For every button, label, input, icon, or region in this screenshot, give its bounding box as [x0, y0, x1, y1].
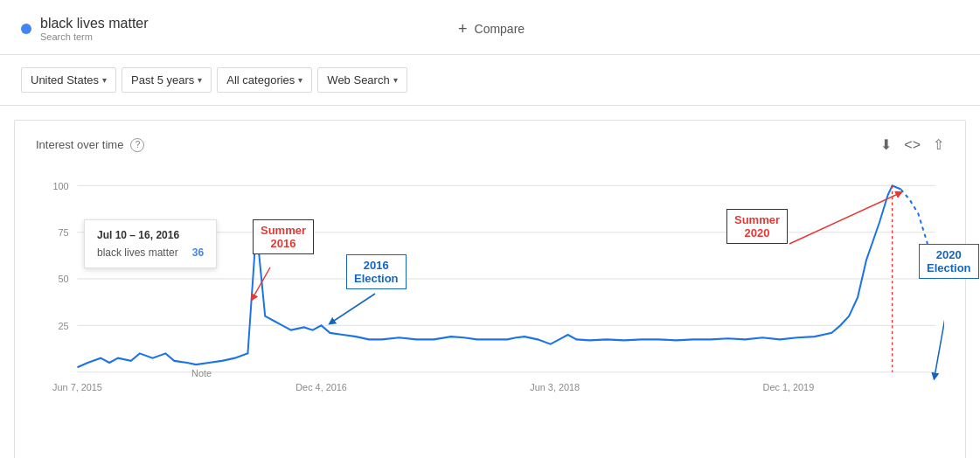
tooltip: Jul 10 – 16, 2016 black lives matter 36	[84, 219, 217, 268]
tooltip-term: black lives matter	[97, 246, 178, 259]
compare-button[interactable]: + Compare	[458, 20, 525, 38]
location-filter[interactable]: United States ▾	[21, 67, 116, 93]
timeframe-label: Past 5 years	[131, 73, 194, 87]
svg-text:100: 100	[52, 180, 68, 191]
compare-label: Compare	[475, 22, 525, 36]
svg-text:25: 25	[59, 320, 69, 330]
category-label: All categories	[226, 73, 295, 87]
annotation-summer2016: Summer2016	[253, 219, 314, 254]
svg-text:Dec 1, 2019: Dec 1, 2019	[763, 382, 815, 392]
tooltip-value: 36	[192, 246, 204, 259]
search-term-block: black lives matter Search term	[21, 16, 301, 42]
filters-bar: United States ▾ Past 5 years ▾ All categ…	[0, 55, 980, 106]
chart-actions: ⬇ <> ⇧	[880, 136, 944, 153]
chevron-down-icon: ▾	[198, 75, 202, 85]
annotation-election2020: 2020Election	[919, 244, 979, 279]
chevron-down-icon: ▾	[393, 75, 398, 85]
chart-header: Interest over time ? ⬇ <> ⇧	[36, 136, 944, 153]
term-dot	[21, 24, 31, 34]
svg-text:Dec 4, 2016: Dec 4, 2016	[295, 382, 347, 392]
embed-icon[interactable]: <>	[904, 137, 921, 153]
search-type-label: Web Search	[327, 73, 389, 87]
chevron-down-icon: ▾	[102, 75, 107, 85]
chevron-down-icon: ▾	[298, 75, 302, 85]
svg-text:Jun 7, 2015: Jun 7, 2015	[52, 382, 102, 392]
share-icon[interactable]: ⇧	[933, 136, 944, 153]
annotation-summer2020: Summer2020	[726, 209, 788, 244]
download-icon[interactable]: ⬇	[880, 136, 892, 153]
timeframe-filter[interactable]: Past 5 years ▾	[122, 67, 212, 93]
plus-icon: +	[458, 20, 468, 38]
search-type-filter[interactable]: Web Search ▾	[317, 67, 407, 93]
category-filter[interactable]: All categories ▾	[217, 67, 312, 93]
tooltip-date: Jul 10 – 16, 2016	[97, 229, 204, 241]
chart-section: Interest over time ? ⬇ <> ⇧ 100 75 50 25	[14, 120, 966, 458]
svg-text:50: 50	[59, 274, 69, 284]
svg-text:75: 75	[59, 227, 69, 238]
term-name: black lives matter	[40, 16, 149, 31]
term-subtitle: Search term	[40, 31, 149, 42]
annotation-election2016: 2016Election	[346, 254, 407, 289]
svg-text:Note: Note	[191, 368, 212, 378]
chart-area: 100 75 50 25 Jun 7, 2015 Dec 4, 2016 Jun…	[36, 167, 944, 447]
chart-title: Interest over time	[36, 138, 123, 151]
chart-svg: 100 75 50 25 Jun 7, 2015 Dec 4, 2016 Jun…	[36, 167, 944, 447]
location-label: United States	[31, 73, 99, 87]
help-icon[interactable]: ?	[130, 138, 144, 152]
svg-text:Jun 3, 2018: Jun 3, 2018	[530, 382, 580, 392]
